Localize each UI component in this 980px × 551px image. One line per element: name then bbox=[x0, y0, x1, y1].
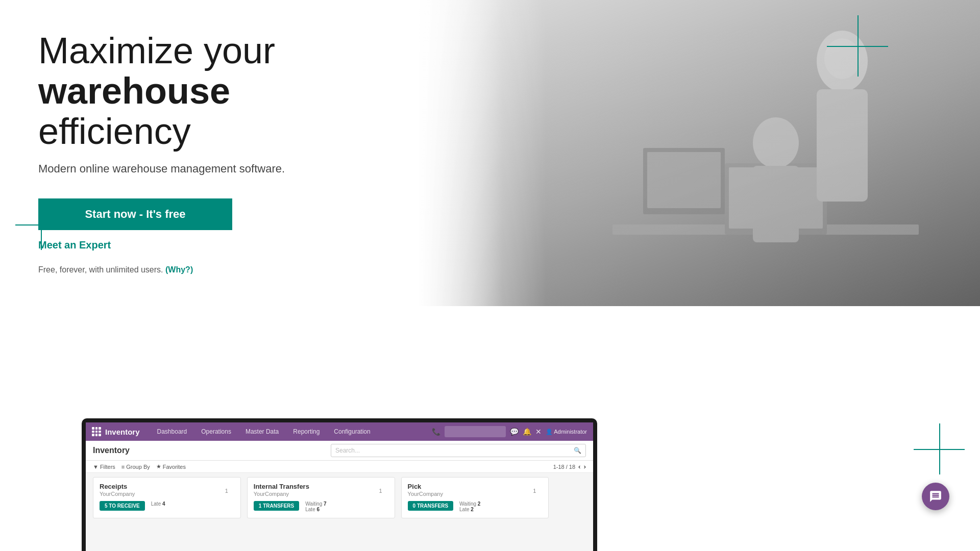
pagination: 1-18 / 18 ‹ › bbox=[553, 463, 586, 470]
svg-rect-11 bbox=[419, 0, 546, 306]
cards-grid: 1 Receipts YourCompany 5 TO RECEIVE Late… bbox=[86, 473, 593, 522]
favorites-button[interactable]: ★ Favorites bbox=[156, 463, 186, 470]
transfers-badge[interactable]: 1 TRANSFERS bbox=[254, 501, 299, 511]
card-title-receipts: Receipts bbox=[100, 483, 234, 490]
nav-reporting[interactable]: Reporting bbox=[288, 422, 325, 441]
hero-section: Maximize your warehouse efficiency Moder… bbox=[0, 0, 980, 551]
nav-operations[interactable]: Operations bbox=[196, 422, 236, 441]
nav-dashboard[interactable]: Dashboard bbox=[152, 422, 192, 441]
hero-title: Maximize your warehouse efficiency bbox=[38, 31, 324, 152]
chat-icon bbox=[929, 490, 942, 503]
laptop-frame: Inventory Dashboard Operations Master Da… bbox=[82, 418, 597, 551]
card-company-receipts: YourCompany bbox=[100, 491, 234, 497]
group-icon: ≡ bbox=[121, 464, 125, 470]
pick-card[interactable]: 1 Pick YourCompany 0 TRANSFERS Waiting 2… bbox=[401, 477, 549, 518]
group-by-button[interactable]: ≡ Group By bbox=[121, 463, 150, 470]
fine-print: Free, forever, with unlimited users. (Wh… bbox=[38, 265, 324, 274]
receipts-badge[interactable]: 5 TO RECEIVE bbox=[100, 501, 145, 511]
topbar-right: 📞 💬 🔔 ✕ 👤 Administrator bbox=[432, 426, 587, 437]
transfers-card-inner: 1 Internal Transfers YourCompany 1 TRANS… bbox=[254, 483, 388, 513]
close-icon[interactable]: ✕ bbox=[535, 428, 542, 436]
decorative-cross-tr bbox=[827, 15, 888, 77]
bell-icon[interactable]: 🔔 bbox=[523, 428, 531, 436]
hero-content: Maximize your warehouse efficiency Moder… bbox=[38, 31, 324, 274]
card-company-transfers: YourCompany bbox=[254, 491, 388, 497]
toolbar: ▼ Filters ≡ Group By ★ Favorites 1-18 / … bbox=[86, 461, 593, 473]
filter-icon: ▼ bbox=[93, 464, 99, 470]
transfers-stats: Waiting 7 Late 6 bbox=[305, 501, 326, 512]
nav-configuration[interactable]: Configuration bbox=[329, 422, 375, 441]
filters-bar: ▼ Filters ≡ Group By ★ Favorites bbox=[93, 463, 186, 470]
chat-icon[interactable]: 💬 bbox=[510, 428, 519, 436]
filters-button[interactable]: ▼ Filters bbox=[93, 463, 115, 470]
page-header: Inventory Search... 🔍 bbox=[86, 441, 593, 461]
receipts-stats: Late 4 bbox=[151, 501, 165, 507]
laptop-screen: Inventory Dashboard Operations Master Da… bbox=[86, 422, 593, 551]
next-page-button[interactable]: › bbox=[584, 463, 586, 470]
pick-stats: Waiting 2 Late 2 bbox=[459, 501, 480, 512]
prev-page-button[interactable]: ‹ bbox=[578, 463, 580, 470]
meet-expert-button[interactable]: Meet an Expert bbox=[38, 239, 111, 251]
card-title-transfers: Internal Transfers bbox=[254, 483, 388, 490]
phone-icon[interactable]: 📞 bbox=[432, 428, 440, 436]
why-link[interactable]: (Why?) bbox=[165, 265, 193, 274]
receipts-card-inner: 1 Receipts YourCompany 5 TO RECEIVE Late… bbox=[100, 483, 234, 513]
start-now-button[interactable]: Start now - It's free bbox=[38, 198, 232, 230]
search-input[interactable]: Search... 🔍 bbox=[331, 444, 586, 457]
page-title: Inventory bbox=[93, 446, 130, 455]
card-title-pick: Pick bbox=[408, 483, 543, 490]
search-icon: 🔍 bbox=[574, 447, 581, 454]
hero-background-image bbox=[419, 0, 980, 306]
chat-support-button[interactable] bbox=[922, 483, 949, 510]
inventory-topbar: Inventory Dashboard Operations Master Da… bbox=[86, 422, 593, 441]
apps-grid-icon[interactable] bbox=[92, 427, 101, 436]
topbar-search[interactable] bbox=[445, 426, 506, 437]
transfers-card[interactable]: 1 Internal Transfers YourCompany 1 TRANS… bbox=[247, 477, 395, 518]
hero-subtitle: Modern online warehouse management softw… bbox=[38, 162, 324, 176]
decorative-cross-br bbox=[914, 423, 965, 474]
receipts-card[interactable]: 1 Receipts YourCompany 5 TO RECEIVE Late… bbox=[93, 477, 241, 518]
pick-badge[interactable]: 0 TRANSFERS bbox=[408, 501, 453, 511]
star-icon: ★ bbox=[156, 463, 161, 470]
nav-master-data[interactable]: Master Data bbox=[240, 422, 284, 441]
card-company-pick: YourCompany bbox=[408, 491, 543, 497]
inventory-app-title: Inventory bbox=[105, 428, 140, 436]
admin-label: 👤 Administrator bbox=[546, 429, 587, 435]
pick-card-inner: 1 Pick YourCompany 0 TRANSFERS Waiting 2… bbox=[408, 483, 543, 513]
